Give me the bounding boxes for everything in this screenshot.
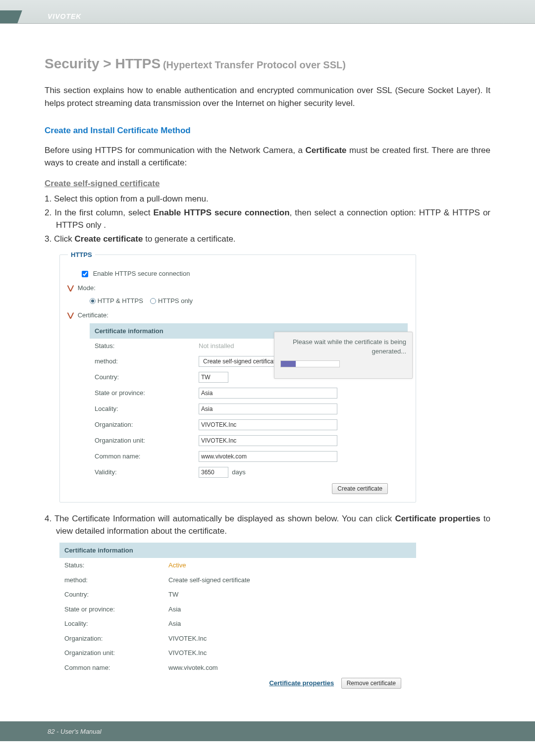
page-header: VIVOTEK [0,0,535,24]
page-footer: 82 - User's Manual [0,721,535,741]
organization-input[interactable] [199,419,337,430]
progress-fill [281,361,296,367]
brand-name: VIVOTEK [48,12,81,20]
https-panel: HTTPS Enable HTTPS secure connection ⋁ M… [59,250,416,503]
organization-value-2: VIVOTEK.Inc [163,631,416,646]
certificate-label: Certificate: [78,311,108,319]
popup-line1: Please wait while the certificate is bei… [280,337,406,347]
progress-bar [280,360,340,367]
orgunit-label-2: Organization unit: [59,646,163,660]
breadcrumb-main: Security > HTTPS [45,56,160,71]
mode-http-https: HTTP & HTTPS [98,297,143,304]
breadcrumb: Security > HTTPS (Hypertext Transfer Pro… [45,53,490,74]
subsection-title: Create self-signed certificate [45,177,490,190]
method-label: method: [90,353,194,369]
section-intro-b: Certificate [305,146,346,155]
commonname-input[interactable] [199,451,337,462]
commonname-label-2: Common name: [59,660,163,675]
method-value-2: Create self-signed certificate [163,573,416,588]
section-intro-a: Before using HTTPS for communication wit… [45,146,305,155]
organization-label-2: Organization: [59,631,163,646]
commonname-value-2: www.vivotek.com [163,660,416,675]
step-1: Select this option from a pull-down menu… [45,193,490,205]
chevron-down-icon[interactable]: ⋁ [67,283,74,293]
mode-https-only: HTTPS only [158,297,193,304]
country-input[interactable] [199,372,228,383]
certificate-active-panel: Certificate information Status: Active m… [59,543,416,692]
organization-label: Organization: [90,417,194,433]
section-title: Create and Install Certificate Method [45,124,490,137]
validity-label: Validity: [90,464,194,480]
step-list: Select this option from a pull-down menu… [45,193,490,245]
breadcrumb-sub: (Hypertext Transfer Protocol over SSL) [163,59,346,70]
country-label: Country: [90,369,194,385]
orgunit-value-2: VIVOTEK.Inc [163,646,416,660]
locality-value-2: Asia [163,616,416,631]
orgunit-label: Organization unit: [90,433,194,449]
enable-https-checkbox[interactable] [82,271,88,277]
state-value-2: Asia [163,602,416,617]
remove-certificate-button[interactable]: Remove certificate [341,678,401,689]
locality-label: Locality: [90,401,194,417]
status-label-2: Status: [59,558,163,573]
state-input[interactable] [199,388,337,399]
validity-suffix: days [232,468,245,476]
step-list-2: The Certificate Information will automat… [45,512,490,538]
enable-row: Enable HTTPS secure connection [82,269,408,279]
mode-options: HTTP & HTTPS HTTPS only [90,296,408,306]
enable-https-label: Enable HTTPS secure connection [93,270,190,277]
footer-text: 82 - User's Manual [48,728,102,735]
radio-https-only[interactable] [150,298,156,304]
cert-info-header-2: Certificate information [59,543,416,558]
orgunit-input[interactable] [199,435,337,446]
status-label: Status: [90,339,194,353]
create-certificate-button[interactable]: Create certificate [332,483,388,494]
intro-text: This section explains how to enable auth… [45,84,490,109]
step-2: In the first column, select Enable HTTPS… [45,206,490,232]
certificate-properties-link[interactable]: Certificate properties [269,679,334,687]
chevron-down-icon[interactable]: ⋁ [67,310,74,320]
method-label-2: method: [59,573,163,588]
section-intro: Before using HTTPS for communication wit… [45,144,490,169]
popup-line2: generated... [280,347,406,356]
mode-label: Mode: [78,284,96,292]
mode-row: ⋁ Mode: [68,283,408,293]
https-legend: HTTPS [68,250,95,260]
state-label-2: State or province: [59,602,163,617]
radio-http-https[interactable] [90,298,96,304]
locality-input[interactable] [199,403,337,414]
step-4: The Certificate Information will automat… [45,512,490,538]
country-value-2: TW [163,587,416,602]
commonname-label: Common name: [90,449,194,464]
cert-info-table-2: Status: Active method: Create self-signe… [59,558,416,675]
validity-input[interactable] [199,467,228,478]
state-label: State or province: [90,385,194,401]
locality-label-2: Locality: [59,616,163,631]
header-accent [0,10,22,23]
certificate-row: ⋁ Certificate: [68,310,408,320]
step-3: Click Create certificate to generate a c… [45,233,490,246]
status-active-value: Active [168,561,186,569]
progress-popup: Please wait while the certificate is bei… [274,332,413,379]
country-label-2: Country: [59,587,163,602]
